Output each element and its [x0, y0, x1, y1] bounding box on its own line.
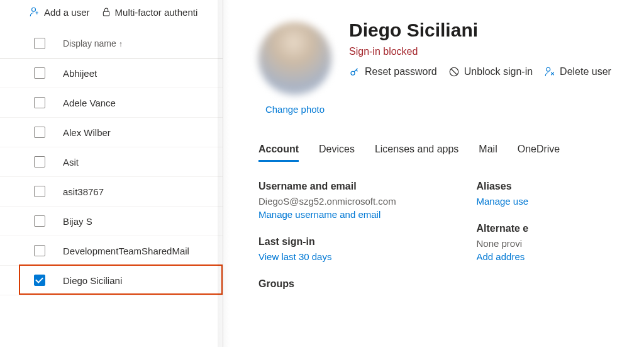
svg-point-4: [547, 67, 550, 71]
user-plus-icon: [29, 6, 40, 18]
row-display-name: Diego Siciliani: [63, 275, 122, 286]
svg-point-0: [32, 8, 36, 11]
select-all-checkbox[interactable]: [34, 38, 45, 49]
section-groups: Groups: [258, 278, 426, 290]
sort-ascending-icon: ↑: [119, 39, 123, 48]
page-title: Diego Siciliani: [349, 20, 611, 41]
username-value: DiegoS@szg52.onmicrosoft.com: [258, 196, 426, 207]
add-user-label: Add a user: [44, 7, 90, 18]
table-row[interactable]: Adele Vance: [0, 88, 223, 118]
manage-aliases-link[interactable]: Manage use: [477, 196, 529, 207]
row-checkbox[interactable]: [34, 67, 45, 79]
column-header-displayname[interactable]: Display name ↑: [63, 38, 123, 48]
tab-devices[interactable]: Devices: [319, 144, 355, 162]
tab-licenses-and-apps[interactable]: Licenses and apps: [375, 144, 458, 162]
change-photo-link[interactable]: Change photo: [265, 104, 325, 115]
row-display-name: DevelopmentTeamSharedMail: [63, 246, 189, 256]
toolbar: Add a user Multi-factor authenti: [0, 0, 223, 24]
tab-mail[interactable]: Mail: [479, 144, 497, 162]
add-user-button[interactable]: Add a user: [29, 6, 90, 18]
user-list: AbhijeetAdele VanceAlex WilberAsitasit38…: [0, 59, 223, 295]
user-detail-panel: Change photo Diego Siciliani Sign-in blo…: [223, 0, 644, 347]
svg-point-2: [351, 71, 355, 75]
user-delete-icon: [544, 66, 555, 77]
alternate-value: None provi: [477, 238, 645, 249]
reset-password-button[interactable]: Reset password: [349, 66, 437, 77]
section-title: Alternate e: [477, 223, 645, 234]
svg-rect-1: [103, 11, 109, 16]
row-checkbox[interactable]: [34, 215, 45, 227]
key-icon: [349, 66, 360, 77]
section-title: Groups: [258, 278, 426, 290]
section-aliases: Aliases Manage use: [477, 181, 645, 208]
mfa-label: Multi-factor authenti: [115, 7, 198, 18]
add-address-link[interactable]: Add addres: [477, 251, 525, 262]
manage-username-link[interactable]: Manage username and email: [258, 209, 380, 220]
avatar: [258, 22, 331, 95]
user-list-panel: Add a user Multi-factor authenti Display…: [0, 0, 223, 347]
tab-bar: AccountDevicesLicenses and appsMailOneDr…: [258, 144, 644, 162]
view-last-30-link[interactable]: View last 30 days: [258, 251, 331, 262]
table-row[interactable]: asit38767: [0, 177, 223, 207]
row-checkbox[interactable]: [34, 97, 45, 108]
section-title: Aliases: [477, 181, 645, 192]
section-title: Last sign-in: [258, 236, 426, 247]
table-row[interactable]: Bijay S: [0, 207, 223, 236]
row-display-name: Adele Vance: [63, 98, 116, 108]
table-row[interactable]: Asit: [0, 147, 223, 177]
unblock-signin-button[interactable]: Unblock sign-in: [448, 66, 533, 77]
tab-onedrive[interactable]: OneDrive: [518, 144, 560, 162]
row-display-name: asit38767: [63, 186, 104, 197]
row-checkbox[interactable]: [34, 186, 45, 197]
table-row[interactable]: DevelopmentTeamSharedMail: [0, 236, 223, 266]
table-header: Display name ↑: [0, 24, 223, 59]
row-checkbox[interactable]: [34, 275, 45, 286]
row-checkbox[interactable]: [34, 156, 45, 168]
delete-user-button[interactable]: Delete user: [544, 66, 611, 77]
row-checkbox[interactable]: [34, 127, 45, 138]
table-row[interactable]: Diego Siciliani: [0, 266, 223, 295]
row-checkbox[interactable]: [34, 245, 45, 256]
tab-account[interactable]: Account: [258, 144, 299, 162]
row-display-name: Alex Wilber: [63, 127, 111, 138]
row-display-name: Bijay S: [63, 216, 92, 227]
section-username-email: Username and email DiegoS@szg52.onmicros…: [258, 181, 426, 221]
section-alternate-email: Alternate e None provi Add addres: [477, 223, 645, 263]
lock-icon: [101, 7, 111, 17]
table-row[interactable]: Abhijeet: [0, 59, 223, 88]
status-badge: Sign-in blocked: [349, 46, 611, 57]
row-display-name: Asit: [63, 157, 79, 168]
section-title: Username and email: [258, 181, 426, 192]
table-row[interactable]: Alex Wilber: [0, 118, 223, 147]
mfa-button[interactable]: Multi-factor authenti: [101, 7, 198, 18]
row-display-name: Abhijeet: [63, 68, 97, 79]
section-last-signin: Last sign-in View last 30 days: [258, 236, 426, 263]
prohibited-icon: [448, 66, 460, 77]
